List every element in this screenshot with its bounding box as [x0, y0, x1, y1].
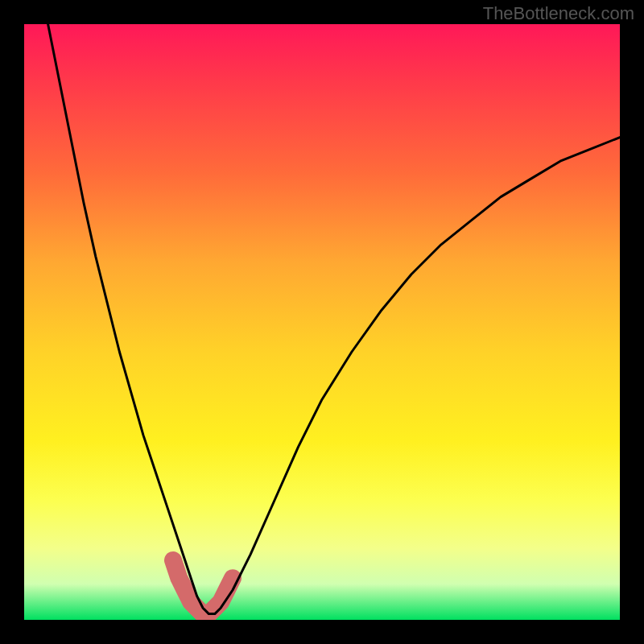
chart-svg: [24, 24, 620, 620]
main-curve: [48, 24, 620, 614]
plot-area: [24, 24, 620, 620]
watermark-text: TheBottleneck.com: [483, 3, 634, 24]
